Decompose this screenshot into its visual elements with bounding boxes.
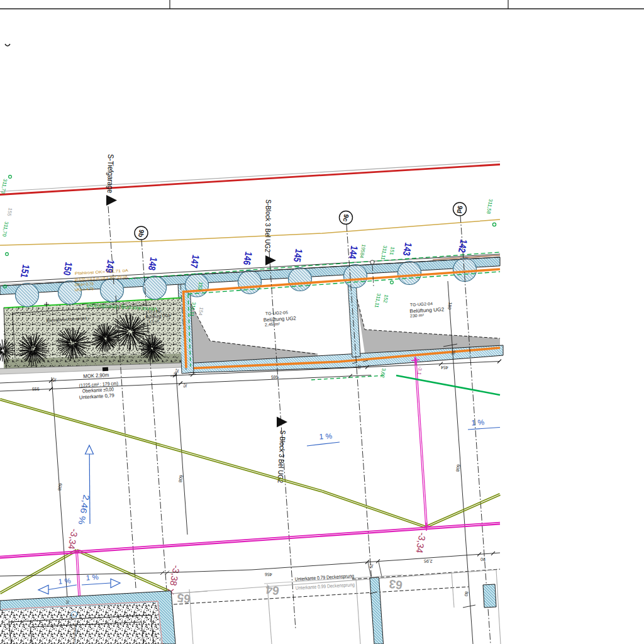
svg-text:230 m²: 230 m²: [410, 313, 425, 318]
svg-text:145: 145: [292, 248, 304, 263]
svg-text:595: 595: [271, 375, 279, 380]
svg-text:142: 142: [457, 238, 469, 253]
svg-text:146: 146: [242, 251, 254, 266]
svg-text:63: 63: [388, 577, 403, 592]
svg-text:1 %: 1 %: [471, 418, 485, 427]
svg-text:S-Tiefgarage: S-Tiefgarage: [106, 154, 115, 193]
svg-text:1 %: 1 %: [58, 577, 71, 585]
svg-text:9c: 9c: [341, 214, 350, 223]
svg-text:9b: 9b: [137, 229, 146, 238]
svg-text:9d: 9d: [455, 205, 464, 214]
svg-text:148: 148: [147, 257, 159, 272]
svg-text:5,0 m²: 5,0 m²: [149, 319, 159, 324]
svg-text:2,45 m²: 2,45 m²: [265, 321, 280, 326]
svg-text:S-Block 3 Bel UG2: S-Block 3 Bel UG2: [264, 199, 272, 252]
svg-text:147: 147: [189, 254, 201, 269]
svg-text:Gr.4 Bel.: Gr.4 Bel.: [148, 309, 162, 313]
svg-text:143: 143: [401, 242, 414, 257]
svg-text:1 %: 1 %: [319, 431, 333, 441]
svg-text:65: 65: [176, 591, 191, 606]
svg-text:454: 454: [441, 365, 448, 370]
svg-text:456: 456: [265, 572, 272, 577]
svg-text:555: 555: [32, 387, 40, 392]
svg-text:75: 75: [451, 350, 456, 355]
svg-text:90: 90: [480, 557, 486, 562]
svg-text:80: 80: [464, 591, 469, 597]
svg-text:150: 150: [62, 262, 74, 277]
svg-text:25: 25: [65, 600, 70, 604]
svg-text:64: 64: [265, 583, 280, 597]
svg-text:151: 151: [19, 264, 31, 279]
svg-text:144: 144: [347, 245, 360, 260]
svg-text:2,95: 2,95: [424, 559, 433, 564]
